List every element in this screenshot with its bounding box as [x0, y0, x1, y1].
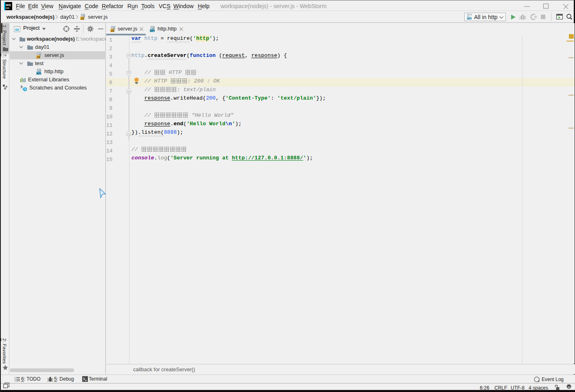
svg-text:JS: JS	[81, 17, 84, 20]
svg-text:API: API	[467, 17, 472, 20]
svg-text:API: API	[37, 72, 42, 75]
svg-text:JS: JS	[111, 29, 114, 32]
svg-text:WS: WS	[6, 3, 11, 7]
svg-text:JS: JS	[37, 56, 40, 59]
svg-text:API: API	[150, 29, 155, 32]
